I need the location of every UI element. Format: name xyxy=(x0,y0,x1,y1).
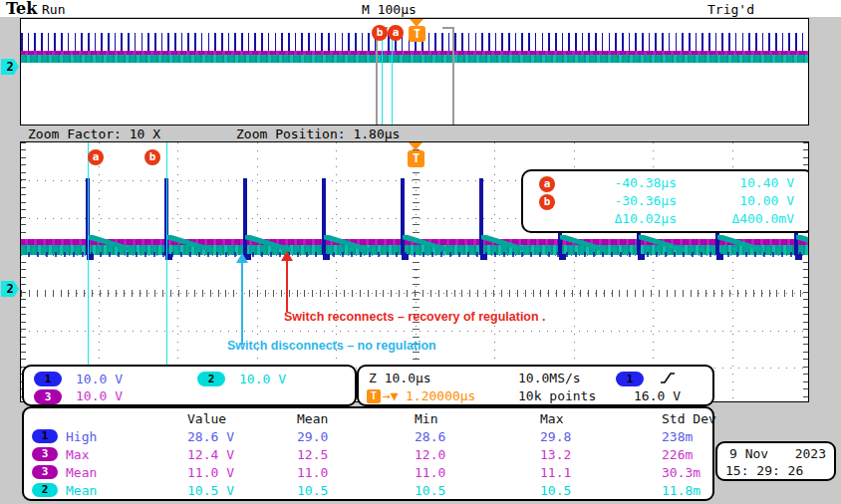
trigger-badge-overview: T xyxy=(409,26,425,42)
column-header-value: Value xyxy=(187,411,226,426)
trigger-position-icon xyxy=(409,142,422,150)
ch2-scale: 10.0 V xyxy=(239,372,286,386)
measurement-name: Mean xyxy=(66,483,97,498)
measurement-mean: 29.0 xyxy=(297,429,328,444)
trigger-level-readout: 16.0 V xyxy=(634,388,681,403)
tek-logo: Tek xyxy=(6,0,37,18)
red-arrow-line xyxy=(286,260,288,312)
measurement-stddev: 30.3m xyxy=(662,465,701,480)
ch2-trace-overview xyxy=(21,55,808,63)
measurement-max: 10.5 xyxy=(540,483,571,498)
trigger-badge-small: T xyxy=(367,389,381,403)
trigger-status: Trig'd xyxy=(707,2,754,17)
measurement-mean: 10.5 xyxy=(297,483,328,498)
cursor-a-badge: a xyxy=(88,149,104,165)
cursor-readout-box: a b -40.38µs 10.40 V -30.36µs 10.00 V Δ1… xyxy=(521,169,809,233)
measurement-value: 28.6 V xyxy=(187,429,234,444)
measurement-mean: 12.5 xyxy=(297,447,328,462)
cursor-b-line-overview xyxy=(392,27,393,126)
sample-rate-readout: 10.0MS/s xyxy=(518,371,581,385)
acquisition-readout-box: Z 10.0µs 10.0MS/s 1 T →▼ 1.20000µs 10k p… xyxy=(357,365,714,406)
zoom-position-readout: Zoom Position: 1.80µs xyxy=(236,126,400,141)
measurement-channel-badge: 1 xyxy=(32,429,58,443)
cursor-b-badge-readout: b xyxy=(539,194,555,210)
center-axis-ticks-horizontal xyxy=(21,290,808,297)
measurement-value: 11.0 V xyxy=(187,465,234,480)
zoom-window-bracket-right xyxy=(442,27,454,126)
measurement-min: 12.0 xyxy=(415,447,445,462)
trigger-badge: T xyxy=(408,150,424,167)
column-header-stddev: Std Dev xyxy=(662,411,716,426)
annotation-switch-disconnects: Switch disconnects – no regulation xyxy=(227,339,436,353)
cursor-b-time: -30.36µs xyxy=(565,193,677,208)
measurement-name: Mean xyxy=(66,465,97,480)
channel-scale-box: 1 10.0 V 2 10.0 V 3 10.0 V xyxy=(22,365,357,406)
overview-waveform-window: b a T xyxy=(20,18,809,126)
column-header-max: Max xyxy=(540,411,563,426)
measurement-max: 11.1 xyxy=(540,465,571,480)
ch1-spike xyxy=(401,178,450,262)
record-length-readout: 10k points xyxy=(518,388,596,403)
acquisition-status: Run xyxy=(42,2,65,17)
ch3-scale: 10.0 V xyxy=(76,388,123,403)
trigger-time-readout: 1.20000µs xyxy=(406,388,475,403)
ch1-spike xyxy=(243,178,293,262)
blue-arrow-line xyxy=(241,262,243,345)
main-timebase-readout: M 100µs xyxy=(362,2,417,17)
annotation-switch-reconnects: Switch reconnects – recovery of regulati… xyxy=(284,310,546,324)
measurement-max: 29.8 xyxy=(540,429,571,444)
date-readout: 9 Nov xyxy=(729,446,768,461)
ch2-badge[interactable]: 2 xyxy=(197,372,225,386)
ch1-spike xyxy=(86,178,136,262)
top-status-bar: Tek Run M 100µs Trig'd xyxy=(0,0,841,17)
measurement-value: 10.5 V xyxy=(187,483,234,498)
ch1-spike xyxy=(322,178,372,262)
ch2-ground-marker: 2 xyxy=(1,281,19,297)
ch2-ground-marker-overview: 2 xyxy=(1,59,19,75)
trigger-arrow-icon: →▼ xyxy=(383,388,399,403)
column-header-mean: Mean xyxy=(297,411,328,426)
zoom-factor-readout: Zoom Factor: 10 X xyxy=(28,126,160,141)
measurement-value: 12.4 V xyxy=(187,447,234,462)
measurement-channel-badge: 3 xyxy=(32,465,58,479)
time-readout: 15: 29: 26 xyxy=(725,463,803,478)
cursor-delta-voltage: Δ400.0mV xyxy=(683,211,794,226)
measurement-channel-badge: 3 xyxy=(32,447,58,461)
cursor-a-time: -40.38µs xyxy=(565,175,677,190)
datetime-box: 9 Nov 2023 15: 29: 26 xyxy=(715,441,836,481)
column-header-min: Min xyxy=(415,411,437,426)
trigger-source-badge: 1 xyxy=(616,372,644,386)
cursor-b-badge: b xyxy=(144,149,160,165)
measurement-name: Max xyxy=(66,447,89,462)
year-readout: 2023 xyxy=(795,446,826,461)
measurement-stddev: 226m xyxy=(662,447,693,462)
left-edge-ticks xyxy=(21,142,26,401)
cursor-a-line-overview xyxy=(382,27,383,126)
measurement-stddev: 11.8m xyxy=(662,483,701,498)
cursor-b-line[interactable] xyxy=(166,142,167,401)
rising-edge-icon xyxy=(660,371,676,386)
zoom-waveform-window: a b T a b -40.38µs 10.40 V -30.36µs 10.0… xyxy=(20,141,809,402)
cursor-b-voltage: 10.00 V xyxy=(683,193,794,208)
cursor-a-badge-readout: a xyxy=(539,176,555,192)
measurement-min: 28.6 xyxy=(415,429,445,444)
measurement-min: 11.0 xyxy=(415,465,445,480)
cursor-b-badge-overview: b xyxy=(372,25,388,41)
measurement-table: Value Mean Min Max Std Dev 1 High 28.6 V… xyxy=(22,406,714,501)
measurement-mean: 11.0 xyxy=(297,465,328,480)
measurement-channel-badge: 2 xyxy=(32,483,58,497)
measurement-max: 13.2 xyxy=(540,447,571,462)
measurement-name: High xyxy=(66,429,97,444)
cursor-delta-time: Δ10.02µs xyxy=(565,211,677,226)
ch1-scale: 10.0 V xyxy=(76,372,123,386)
cursor-a-badge-overview: a xyxy=(388,25,404,41)
ch1-spike xyxy=(164,178,214,262)
ch1-badge[interactable]: 1 xyxy=(34,372,62,386)
oscilloscope-screen: Tek Run M 100µs Trig'd b a T 2 Zoom Fact… xyxy=(0,0,841,504)
measurement-min: 10.5 xyxy=(415,483,445,498)
measurement-stddev: 238m xyxy=(662,429,693,444)
cursor-a-voltage: 10.40 V xyxy=(683,175,794,190)
cursor-a-line[interactable] xyxy=(88,142,89,401)
ch3-badge[interactable]: 3 xyxy=(34,389,62,404)
zoom-timebase-readout: Z 10.0µs xyxy=(369,371,431,385)
